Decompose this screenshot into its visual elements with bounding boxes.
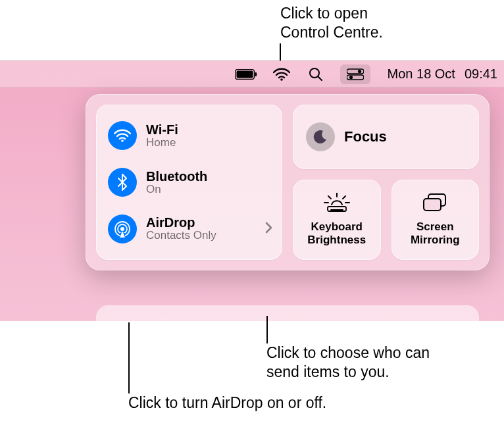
bluetooth-row[interactable]: Bluetooth On	[101, 164, 277, 201]
svg-rect-1	[236, 70, 253, 78]
callout-control-centre: Click to open Control Centre.	[280, 4, 383, 42]
svg-rect-23	[424, 199, 441, 211]
callout-airdrop-toggle: Click to turn AirDrop on or off.	[128, 393, 326, 413]
airdrop-title: AirDrop	[146, 215, 216, 230]
battery-icon[interactable]	[235, 61, 257, 88]
screen-mirroring-tile[interactable]: Screen Mirroring	[391, 180, 480, 260]
wifi-text: Wi-Fi Home	[146, 122, 178, 149]
svg-point-7	[357, 69, 361, 72]
wifi-toggle-icon[interactable]	[108, 121, 137, 150]
small-tiles-row: Keyboard Brightness Screen Mirroring	[293, 180, 479, 260]
wifi-status-icon[interactable]	[272, 61, 291, 88]
partial-tile-peek	[96, 305, 479, 325]
callout-line	[128, 322, 130, 393]
svg-line-16	[328, 196, 331, 199]
airdrop-sub: Contacts Only	[146, 230, 216, 242]
airdrop-toggle-icon[interactable]	[108, 214, 137, 243]
screen-mirroring-icon	[422, 193, 448, 215]
callout-airdrop-chevron: Click to choose who can send items to yo…	[266, 343, 430, 382]
airdrop-text: AirDrop Contacts Only	[146, 215, 216, 242]
svg-point-10	[121, 140, 124, 143]
control-centre-icon[interactable]	[340, 64, 370, 84]
svg-point-13	[120, 227, 124, 231]
menu-bar: Mon 18 Oct 09:41	[0, 61, 504, 88]
wifi-title: Wi-Fi	[146, 122, 178, 137]
focus-tile[interactable]: Focus	[293, 105, 479, 169]
airdrop-row[interactable]: AirDrop Contacts Only	[101, 211, 277, 247]
focus-label: Focus	[344, 128, 387, 145]
bluetooth-toggle-icon[interactable]	[108, 168, 137, 197]
svg-point-3	[280, 78, 283, 81]
screenshot-region: Mon 18 Oct 09:41 Wi-Fi Home	[0, 61, 504, 321]
bluetooth-title: Bluetooth	[146, 169, 207, 184]
control-centre-panel: Wi-Fi Home Bluetooth On	[86, 94, 490, 270]
keyboard-brightness-icon	[324, 193, 350, 215]
svg-rect-20	[328, 207, 346, 211]
menu-datetime[interactable]: Mon 18 Oct 09:41	[388, 66, 497, 82]
airdrop-chevron[interactable]	[265, 222, 273, 236]
svg-rect-2	[255, 72, 257, 76]
svg-point-9	[349, 75, 352, 78]
screen-mirroring-label: Screen Mirroring	[411, 220, 460, 246]
spotlight-icon[interactable]	[306, 61, 326, 88]
bluetooth-text: Bluetooth On	[146, 169, 207, 196]
callout-line	[266, 316, 268, 343]
wifi-sub: Home	[146, 137, 178, 149]
svg-line-17	[343, 196, 345, 199]
keyboard-brightness-label: Keyboard Brightness	[307, 220, 366, 246]
menu-date: Mon 18 Oct	[388, 66, 455, 82]
menu-time: 09:41	[465, 66, 497, 82]
svg-line-5	[318, 76, 322, 80]
keyboard-brightness-tile[interactable]: Keyboard Brightness	[293, 180, 381, 260]
connectivity-tile: Wi-Fi Home Bluetooth On	[96, 105, 282, 260]
bluetooth-sub: On	[146, 184, 207, 196]
wifi-row[interactable]: Wi-Fi Home	[101, 117, 277, 154]
focus-icon	[306, 122, 335, 151]
